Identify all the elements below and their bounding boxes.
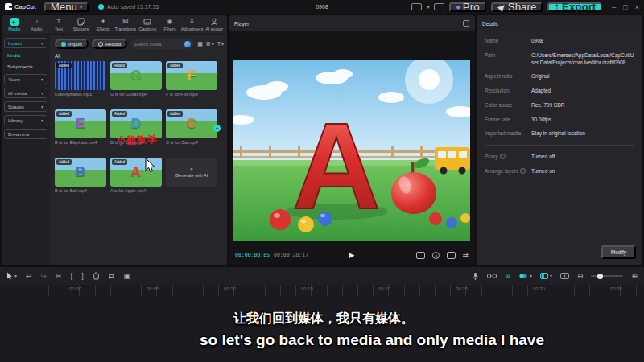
voiceover-mic-icon[interactable] <box>472 272 479 281</box>
chevron-down-icon: ▾ <box>41 90 43 96</box>
maximize-button[interactable]: □ <box>623 3 627 11</box>
filter-type-icon[interactable]: T▾ <box>217 41 224 47</box>
media-sidebar: Import ▾ Media Subprojects Yours▾ AI med… <box>2 35 50 265</box>
media-grid: Added Kids Alphabet.mp3 G Added G is for… <box>55 61 224 187</box>
player-expand-icon[interactable] <box>463 20 469 27</box>
video-preview[interactable]: A <box>233 60 470 241</box>
crop-icon[interactable]: ▣ <box>123 273 130 280</box>
timeline-ruler[interactable]: 00:0000:05 00:1000:15 00:2000:25 00:3000… <box>48 285 644 296</box>
info-icon: i <box>500 154 506 159</box>
added-badge: Added <box>56 63 72 68</box>
panel-toggle-icon[interactable] <box>434 3 444 10</box>
pro-gem-icon: ◆ <box>456 4 460 10</box>
generate-ai-card[interactable]: ✦ Generate with AI <box>166 158 217 187</box>
chevron-down-icon: ▾ <box>80 4 82 10</box>
timeline-zoom-out-icon[interactable]: ⊖ <box>577 273 584 280</box>
watermark-text: 小熊教学 <box>116 133 159 148</box>
timeline-toolbar: ▾ ↩ ↪ ✂ [ ] ⇄ ▣ ∞ ▾ <box>0 267 644 285</box>
track-mode-icon[interactable]: ▾ <box>540 273 552 279</box>
export-button[interactable]: ↑ Export <box>547 2 602 12</box>
sidebar-item-ai-media[interactable]: AI media▾ <box>4 88 47 98</box>
import-button[interactable]: Import <box>55 39 89 49</box>
preview-axis-icon[interactable] <box>560 273 569 279</box>
pip-icon[interactable] <box>416 252 425 259</box>
trim-right-icon[interactable]: ] <box>81 273 84 280</box>
close-button[interactable]: × <box>635 3 639 11</box>
tab-stickers[interactable]: Stickers <box>70 15 93 34</box>
tab-audio[interactable]: ♪ Audio <box>26 15 48 34</box>
sidebar-item-library[interactable]: Library▾ <box>4 115 47 125</box>
section-all-label[interactable]: All <box>55 53 224 59</box>
media-item-ball[interactable]: B Added B is for Ball.mp4 <box>55 158 106 187</box>
timeline-zoom-in-icon[interactable]: ⊕ <box>631 273 638 280</box>
player-panel: Player <box>229 15 475 265</box>
added-badge: Added <box>56 111 72 117</box>
total-timecode: 00:00:28:17 <box>274 252 308 258</box>
delete-icon[interactable] <box>93 272 100 280</box>
search-input[interactable] <box>134 42 182 47</box>
detail-row-aspect-ratio: Aspect ratio Original <box>485 73 634 80</box>
sidebar-item-dreamina[interactable]: Dreamina <box>4 129 47 139</box>
layout-icon[interactable] <box>411 3 422 10</box>
magnet-snap-icon[interactable] <box>487 273 497 279</box>
auto-snap-icon[interactable]: ▾ <box>518 273 532 279</box>
sidebar-item-media[interactable]: Media <box>4 51 47 60</box>
sticker-icon <box>77 18 85 26</box>
zoom-focus-icon[interactable] <box>432 252 440 259</box>
select-tool-icon[interactable]: ▾ <box>6 272 17 280</box>
adjustment-sliders-icon: ≡ <box>190 18 194 26</box>
timeline-zoom-slider[interactable] <box>591 275 623 277</box>
added-badge: Added <box>167 111 183 117</box>
tab-captions[interactable]: Captions <box>137 15 159 34</box>
added-badge: Added <box>112 159 127 165</box>
grid-view-icon[interactable]: ▦ <box>197 41 203 47</box>
added-badge: Added <box>56 159 72 165</box>
chevron-down-icon: ▾ <box>41 104 43 109</box>
tab-ai-avatar[interactable]: AI avatar <box>203 15 225 34</box>
text-tab-icon: T <box>57 18 61 26</box>
player-controls: 00:00:00:05 00:00:28:17 ▶ ⇄ <box>229 248 475 262</box>
undo-icon[interactable]: ↩ <box>26 273 32 280</box>
modify-button[interactable]: Modify <box>601 245 636 259</box>
tab-filters[interactable]: ◉ Filters <box>159 15 181 34</box>
detail-row-arrange-layers: Arrange layers i Turned on <box>485 168 634 175</box>
pro-button[interactable]: ◆ Pro <box>449 2 485 12</box>
media-item-fox[interactable]: F Added F is for Fox.mp4 <box>166 61 217 90</box>
play-button[interactable]: ▶ <box>349 251 355 259</box>
link-clips-icon[interactable]: ∞ <box>505 273 510 280</box>
record-button[interactable]: Record <box>92 39 127 49</box>
mirror-icon[interactable]: ⇄ <box>109 273 115 280</box>
sort-icon[interactable]: ≣▾ <box>206 41 214 47</box>
fullscreen-icon[interactable]: ⇄ <box>463 252 469 259</box>
details-panel: Details Name 0908 Path C:/Users/Emerses/… <box>477 15 642 265</box>
split-icon[interactable]: ✂ <box>56 273 62 280</box>
capcut-window: CapCut Menu ▾ Auto saved 13:17:35 0908 ▾… <box>0 0 644 362</box>
tab-effects[interactable]: ✦ Effects <box>92 15 114 34</box>
sidebar-import-dropdown[interactable]: Import ▾ <box>4 38 47 48</box>
sidebar-item-subprojects[interactable]: Subprojects <box>4 63 47 71</box>
detail-row-proxy: Proxy i Turned off <box>485 154 634 161</box>
tab-adjustment[interactable]: ≡ Adjustment <box>181 15 204 34</box>
added-badge: Added <box>112 63 127 68</box>
added-badge: Added <box>112 111 127 117</box>
add-to-timeline-icon[interactable]: + <box>213 125 221 132</box>
media-item-kids-alphabet[interactable]: Added Kids Alphabet.mp3 <box>55 61 106 90</box>
share-button[interactable]: ▶ Share <box>491 2 543 12</box>
sidebar-item-yours[interactable]: Yours▾ <box>4 74 47 84</box>
trim-left-icon[interactable]: [ <box>71 273 73 280</box>
sidebar-item-spaces[interactable]: Spaces▾ <box>4 101 47 112</box>
tab-text[interactable]: T Text <box>47 15 70 34</box>
tab-media[interactable]: ▶ Media <box>3 15 26 34</box>
minimize-button[interactable]: – <box>612 3 616 11</box>
divider <box>485 145 634 146</box>
media-item-guitar[interactable]: G Added G is for Guitar.mp4 <box>110 61 162 90</box>
media-item-elephant[interactable]: E Added E is for Elephant.mp4 <box>55 109 106 138</box>
tab-transitions[interactable]: ⋈ Transitions <box>114 15 137 34</box>
media-item-cat[interactable]: C Added + C is for Cat.mp4 <box>166 109 217 138</box>
transitions-icon: ⋈ <box>122 18 129 26</box>
menu-button[interactable]: Menu ▾ <box>44 2 89 12</box>
quality-icon[interactable] <box>447 252 456 259</box>
search-engine-icon[interactable] <box>184 41 191 47</box>
redo-icon[interactable]: ↪ <box>41 273 47 280</box>
detail-row-name: Name 0908 <box>485 38 634 45</box>
